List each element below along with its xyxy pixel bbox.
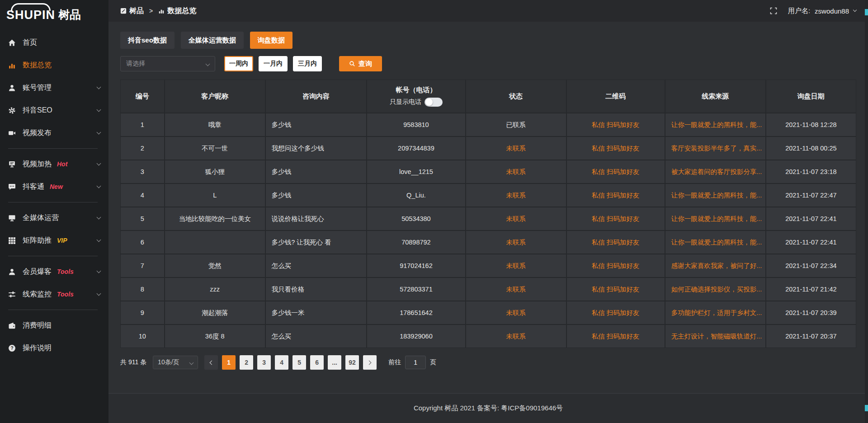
cell-nickname: 36度 8 xyxy=(165,324,265,348)
period-button-0[interactable]: 一周内 xyxy=(224,56,253,71)
cell-source[interactable]: 多功能护栏灯，适用于乡村文... xyxy=(665,301,766,324)
cell-content: 说说价格让我死心 xyxy=(265,207,367,230)
table-row: 4L多少钱Q_Liu.未联系私信 扫码加好友让你一眼就爱上的黑科技，能...20… xyxy=(120,183,856,207)
query-button[interactable]: 查询 xyxy=(339,56,382,71)
cell-status: 已联系 xyxy=(466,113,566,136)
sidebar-item-10[interactable]: 矩阵助推VIP xyxy=(0,229,108,252)
category-select-value: 请选择 xyxy=(126,60,145,68)
cell-qrcode[interactable]: 私信 扫码加好友 xyxy=(566,324,665,348)
goto-page-input[interactable] xyxy=(405,356,426,369)
prev-page-button[interactable] xyxy=(204,355,218,370)
cell-source[interactable]: 让你一眼就爱上的黑科技，能... xyxy=(665,183,766,207)
sidebar-item-13[interactable]: 线索监控Tools xyxy=(0,283,108,306)
sidebar-item-9[interactable]: 全媒体运营 xyxy=(0,207,108,229)
topbar: 树品 > 数据总览 用户名: zswodun88 xyxy=(108,0,868,22)
cell-id: 4 xyxy=(120,183,165,207)
cell-source[interactable]: 被大家追着问的客厅投影分享... xyxy=(665,160,766,183)
cell-nickname: 当地比较能吃的一位美女 xyxy=(165,207,265,230)
page-button-3[interactable]: 3 xyxy=(257,355,271,370)
tab-2[interactable]: 询盘数据 xyxy=(250,32,292,49)
cell-account: 9583810 xyxy=(367,113,465,136)
chevron-down-icon[interactable] xyxy=(853,8,857,12)
cell-source[interactable]: 让你一眼就爱上的黑科技，能... xyxy=(665,207,766,230)
column-header-label: 二维码 xyxy=(605,92,626,100)
cell-qrcode[interactable]: 私信 扫码加好友 xyxy=(566,301,665,324)
sidebar-item-3[interactable]: 抖音SEO xyxy=(0,99,108,122)
cell-qrcode[interactable]: 私信 扫码加好友 xyxy=(566,277,665,301)
bar-chart-icon xyxy=(8,61,16,69)
sidebar-item-badge: New xyxy=(50,183,63,190)
cell-source[interactable]: 让你一眼就爱上的黑科技，能... xyxy=(665,113,766,136)
column-header-label: 咨询内容 xyxy=(302,92,330,100)
cell-date: 2021-11-07 20:39 xyxy=(766,301,856,324)
table-header-row: 编号客户昵称咨询内容帐号（电话）只显示电话状态二维码线索来源询盘日期 xyxy=(120,80,856,113)
cell-qrcode[interactable]: 私信 扫码加好友 xyxy=(566,207,665,230)
page-ellipsis-button[interactable]: ... xyxy=(328,355,341,370)
tab-0[interactable]: 抖音seo数据 xyxy=(120,32,175,49)
cell-source[interactable]: 感谢大家喜欢我家，被问了好... xyxy=(665,254,766,277)
cell-account: 70898792 xyxy=(367,230,465,254)
sidebar-item-4[interactable]: 视频发布 xyxy=(0,122,108,144)
cell-content: 我想问这个多少钱 xyxy=(265,136,367,160)
category-select[interactable]: 请选择 xyxy=(120,56,215,71)
sidebar-item-7[interactable]: 抖客通New xyxy=(0,175,108,198)
tab-1[interactable]: 全媒体运营数据 xyxy=(181,32,244,49)
cell-status: 未联系 xyxy=(466,230,566,254)
sidebar-item-12[interactable]: 会员爆客Tools xyxy=(0,260,108,283)
sidebar-item-0[interactable]: 首页 xyxy=(0,31,108,54)
video-camera-icon xyxy=(8,129,16,137)
column-header-qrcode: 二维码 xyxy=(566,80,665,113)
billboard-icon xyxy=(8,160,16,168)
cell-date: 2021-11-07 22:34 xyxy=(766,254,856,277)
scrollbar[interactable] xyxy=(865,0,868,423)
cell-source[interactable]: 如何正确选择投影仪，买投影... xyxy=(665,277,766,301)
cell-qrcode[interactable]: 私信 扫码加好友 xyxy=(566,113,665,136)
sidebar: SHUPIN 树品 首页数据总览账号管理抖音SEO视频发布视频加热Hot抖客通N… xyxy=(0,0,108,423)
page-button-4[interactable]: 4 xyxy=(275,355,288,370)
cell-qrcode[interactable]: 私信 扫码加好友 xyxy=(566,230,665,254)
page-button-92[interactable]: 92 xyxy=(345,355,359,370)
page-button-1[interactable]: 1 xyxy=(222,355,236,370)
copyright-text: Copyright 树品 2021 备案号: 粤ICP备09019646号 xyxy=(414,404,563,413)
sidebar-item-16[interactable]: ?操作说明 xyxy=(0,337,108,359)
sidebar-item-2[interactable]: 账号管理 xyxy=(0,76,108,99)
chevron-down-icon xyxy=(189,360,194,365)
cell-source[interactable]: 客厅安装投影半年多了，真实... xyxy=(665,136,766,160)
page-size-select[interactable]: 10条/页 xyxy=(153,356,198,369)
sidebar-item-15[interactable]: 消费明细 xyxy=(0,314,108,337)
scrollbar-mark xyxy=(865,9,868,15)
username-label: 用户名: xyxy=(788,7,810,15)
cell-source[interactable]: 让你一眼就爱上的黑科技，能... xyxy=(665,230,766,254)
period-button-2[interactable]: 三月内 xyxy=(293,56,322,71)
page-button-5[interactable]: 5 xyxy=(292,355,306,370)
cell-source[interactable]: 无主灯设计，智能磁吸轨道灯... xyxy=(665,324,766,348)
page-button-2[interactable]: 2 xyxy=(240,355,253,370)
column-header-status: 状态 xyxy=(466,80,566,113)
search-icon xyxy=(349,61,355,67)
cell-qrcode[interactable]: 私信 扫码加好友 xyxy=(566,254,665,277)
period-button-1[interactable]: 一月内 xyxy=(259,56,288,71)
breadcrumb-root[interactable]: 树品 xyxy=(129,6,144,16)
table-row: 5当地比较能吃的一位美女说说价格让我死心50534380未联系私信 扫码加好友让… xyxy=(120,207,856,230)
table-row: 6多少钱? 让我死心 看70898792未联系私信 扫码加好友让你一眼就爱上的黑… xyxy=(120,230,856,254)
sidebar-item-label: 全媒体运营 xyxy=(23,213,59,223)
phone-only-toggle[interactable] xyxy=(425,98,443,107)
cell-qrcode[interactable]: 私信 扫码加好友 xyxy=(566,136,665,160)
period-buttons: 一周内一月内三月内 xyxy=(224,56,322,71)
cell-id: 2 xyxy=(120,136,165,160)
sidebar-item-1[interactable]: 数据总览 xyxy=(0,54,108,76)
username[interactable]: zswodun88 xyxy=(815,7,849,15)
brand-logo: SHUPIN 树品 xyxy=(0,0,108,25)
sidebar-item-6[interactable]: 视频加热Hot xyxy=(0,153,108,175)
fullscreen-icon[interactable] xyxy=(770,7,777,14)
chevron-down-icon xyxy=(97,130,101,135)
chevron-down-icon xyxy=(97,291,101,296)
page-button-6[interactable]: 6 xyxy=(310,355,324,370)
cell-id: 3 xyxy=(120,160,165,183)
table-row: 8zzz我只看价格572803371未联系私信 扫码加好友如何正确选择投影仪，买… xyxy=(120,277,856,301)
cell-account: 50534380 xyxy=(367,207,465,230)
cell-qrcode[interactable]: 私信 扫码加好友 xyxy=(566,160,665,183)
next-page-button[interactable] xyxy=(363,355,377,370)
sidebar-item-badge: Tools xyxy=(57,291,74,298)
cell-qrcode[interactable]: 私信 扫码加好友 xyxy=(566,183,665,207)
